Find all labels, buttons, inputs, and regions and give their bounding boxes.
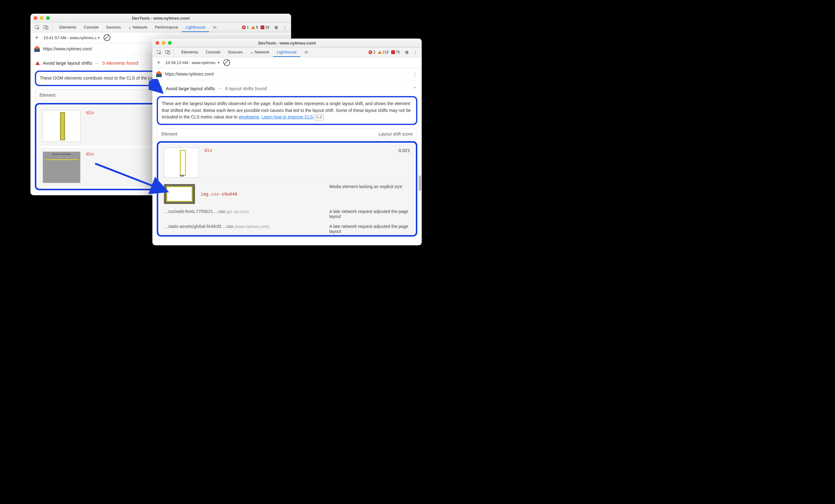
col-score: Layout shift score: [379, 131, 413, 136]
tab-console[interactable]: Console: [202, 48, 224, 57]
report-url: https://www.nytimes.com/: [43, 46, 92, 51]
audit-header[interactable]: Avoid large layout shifts — 6 layout shi…: [157, 84, 418, 93]
cause-thumbnail: [164, 184, 195, 204]
new-report-icon[interactable]: +: [156, 59, 162, 66]
svg-rect-5: [168, 51, 170, 54]
report-body: Avoid large layout shifts — 6 layout shi…: [152, 80, 422, 240]
status-badges[interactable]: ✕1 6 ▪19: [242, 25, 269, 29]
issue-count: 19: [265, 25, 269, 29]
titlebar[interactable]: DevTools - www.nytimes.com/: [30, 14, 291, 23]
element-code: div: [86, 110, 94, 115]
cause-text: A late network request adjusted the page…: [329, 224, 408, 234]
scrollbar-thumb[interactable]: [419, 175, 421, 191]
settings-icon[interactable]: [272, 24, 280, 31]
element-code: div: [86, 151, 94, 156]
shifts-table: Element Layout shift score div 0.021 img…: [157, 128, 418, 237]
titlebar[interactable]: DevTools - www.nytimes.com/: [152, 39, 422, 47]
report-url: https://www.nytimes.com/: [165, 71, 214, 77]
cause-row: img.css-o9w048 Media element lacking an …: [160, 182, 414, 207]
clear-icon[interactable]: [104, 34, 110, 41]
fail-icon: [36, 61, 40, 65]
tab-performance[interactable]: Performance: [151, 23, 182, 32]
panel-tabs: Elements Console Sources Network Perform…: [56, 23, 221, 32]
settings-icon[interactable]: [402, 48, 410, 56]
element-code: div: [204, 148, 212, 153]
issue-count: 75: [396, 50, 400, 55]
tab-network[interactable]: Network: [125, 23, 151, 32]
issue-icon: ▪: [391, 50, 395, 54]
window-title: DevTools - www.nytimes.com/: [152, 41, 422, 45]
device-icon[interactable]: [164, 48, 172, 56]
lighthouse-icon: [34, 46, 40, 52]
divider: [52, 25, 52, 30]
more-tabs-icon[interactable]: ≫: [300, 48, 312, 57]
error-count: 3: [373, 50, 375, 55]
shift-score: 0.021: [399, 148, 410, 153]
collapse-icon[interactable]: ⌃: [413, 86, 417, 91]
table-header: Element Layout shift score: [157, 128, 418, 140]
shift-row[interactable]: div 0.021: [160, 144, 414, 182]
element-thumbnail: [164, 148, 199, 177]
tab-network[interactable]: Network: [247, 48, 273, 57]
error-count: 1: [247, 25, 249, 29]
inspect-icon[interactable]: [33, 24, 41, 31]
tab-elements[interactable]: Elements: [178, 48, 202, 57]
highlight-description: These are the largest layout shifts obse…: [157, 96, 418, 125]
warning-icon: [251, 26, 255, 29]
audit-description: These DOM elements contribute most to th…: [40, 76, 159, 81]
tab-lighthouse[interactable]: Lighthouse: [182, 23, 209, 32]
col-element: Element: [161, 131, 177, 136]
main-toolbar: Elements Console Sources Network Perform…: [30, 23, 291, 32]
report-dropdown[interactable]: 10:41:57 AM - www.nytimes.c: [43, 36, 100, 40]
windowing-link[interactable]: windowing: [239, 114, 259, 119]
status-badges[interactable]: ✕3 219 ▪75: [368, 50, 400, 55]
tab-elements[interactable]: Elements: [56, 23, 80, 32]
cause-file: …static-assets/global-f449cfd….css (www.…: [164, 224, 269, 229]
devtools-window-new: DevTools - www.nytimes.com/ Elements Con…: [152, 39, 422, 245]
audit-subtitle: 6 layout shifts found: [225, 86, 266, 91]
window-title: DevTools - www.nytimes.com/: [30, 16, 291, 21]
learn-cls-link[interactable]: Learn how to improve CLS: [262, 114, 313, 119]
tab-sources[interactable]: Sources: [224, 48, 247, 57]
svg-rect-2: [46, 26, 48, 29]
panel-tabs: Elements Console Sources Network Lightho…: [178, 48, 312, 57]
highlight-item: div 0.021 img.css-o9w048 Media element l…: [157, 141, 418, 237]
audit-subtitle: 5 elements found: [102, 60, 138, 66]
error-icon: ✕: [242, 25, 246, 29]
more-icon[interactable]: ⋮: [281, 24, 289, 31]
cause-row: …css/web-fonts.7705b21….css (g1.nyt.com)…: [160, 207, 414, 222]
warning-count: 219: [383, 50, 389, 55]
col-element: Element: [40, 93, 55, 98]
cause-row: …static-assets/global-f449cfd….css (www.…: [160, 222, 414, 235]
report-dropdown[interactable]: 10:39:13 AM - www.nytimes.: [165, 60, 220, 65]
clear-icon[interactable]: [223, 59, 230, 66]
warning-icon: [378, 51, 382, 54]
cause-text: Media element lacking an explicit size: [329, 184, 402, 189]
element-thumbnail: The New York Times: [43, 151, 81, 183]
main-toolbar: Elements Console Sources Network Lightho…: [152, 47, 422, 57]
more-tabs-icon[interactable]: ≫: [209, 23, 221, 32]
cause-text: A late network request adjusted the page…: [329, 209, 408, 219]
tab-console[interactable]: Console: [80, 23, 102, 32]
audit-description: These are the largest layout shifts obse…: [162, 101, 411, 119]
tab-sources[interactable]: Sources: [102, 23, 125, 32]
tab-lighthouse[interactable]: Lighthouse: [273, 48, 300, 57]
issue-icon: ▪: [261, 25, 264, 29]
new-report-icon[interactable]: +: [34, 34, 40, 41]
device-icon[interactable]: [42, 24, 50, 31]
lighthouse-icon: [156, 71, 162, 77]
element-thumbnail: [43, 110, 81, 142]
warning-count: 6: [256, 25, 258, 29]
neutral-icon: [157, 86, 163, 91]
audit-title: Avoid large layout shifts: [166, 86, 215, 91]
divider: [174, 49, 174, 55]
inspect-icon[interactable]: [155, 48, 163, 56]
error-icon: ✕: [368, 50, 372, 54]
report-menu-icon[interactable]: ⋮: [412, 70, 418, 78]
more-icon[interactable]: ⋮: [411, 48, 419, 56]
cause-code: img.css-o9w048: [201, 191, 237, 196]
lighthouse-subbar: + 10:39:13 AM - www.nytimes.: [152, 57, 422, 68]
url-row: https://www.nytimes.com/ ⋮: [152, 68, 422, 80]
audit-title: Avoid large layout shifts: [43, 60, 92, 66]
cause-file: …css/web-fonts.7705b21….css (g1.nyt.com): [164, 209, 249, 214]
